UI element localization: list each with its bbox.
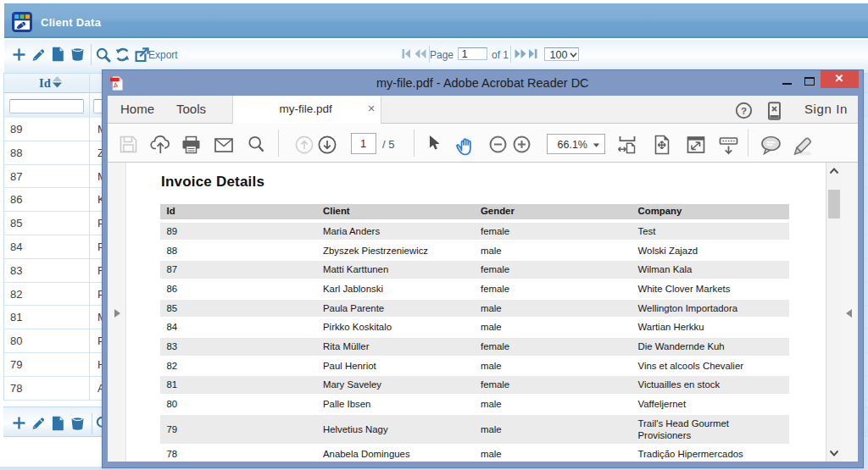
svg-text:?: ?: [740, 106, 746, 116]
